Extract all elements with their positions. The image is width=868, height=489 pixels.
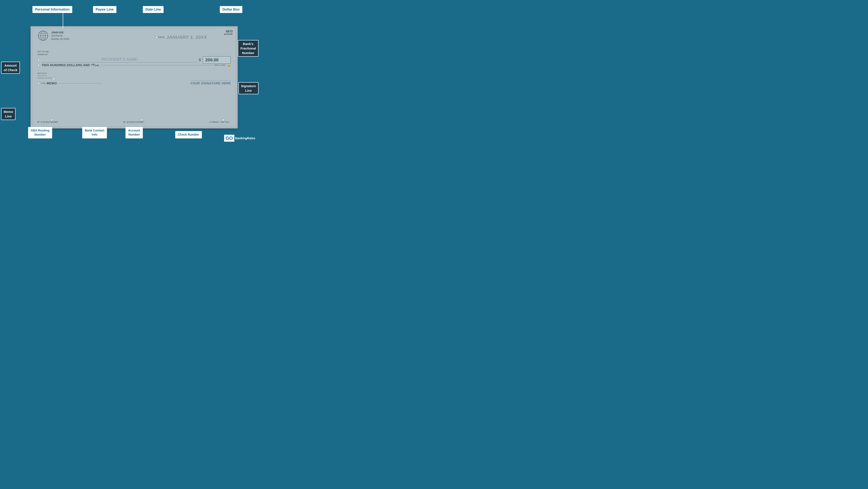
payee-line-label: Payee Line (93, 6, 116, 13)
personal-information-text: Personal Information (35, 7, 70, 11)
amount-of-check-label: Amountof Check (1, 62, 20, 74)
personal-text: JOHN DOE 123 First St. AnyCity, US 10101 (51, 31, 69, 41)
payee-line-text: Payee Line (96, 7, 114, 11)
check: 5673 19-2/1250 JOHN DOE 123 First St. An… (30, 26, 238, 129)
date-label: DATE (158, 36, 165, 38)
dollar-box-pointer-dot (226, 59, 228, 61)
personal-information-label: Personal Information (32, 6, 72, 13)
memo-text: MEMO (46, 82, 57, 85)
account-number-label: AccountNumber (125, 127, 143, 138)
micr-check-area: ⑇7890⑇⁞5673⑇: (209, 120, 231, 124)
memo-line-text: MemoLine (4, 109, 13, 119)
owner-name: JOHN DOE (51, 31, 69, 34)
personal-info-connector (63, 11, 63, 29)
for-label: FOR (41, 82, 45, 84)
amount-of-check-text: Amountof Check (4, 63, 17, 72)
owner-address1: 123 First St. (51, 34, 69, 37)
micr-routing-area: ⑆¹234567890⑆¹ (37, 120, 59, 124)
micr-check: ⑇7890⑇⁞5673⑇: (209, 121, 231, 124)
written-amount-text: TWO HUNDRED DOLLARS AND ⁰⁰/₁₀₀ (41, 63, 99, 67)
memo-line-rule (58, 83, 101, 84)
check-number-display: 5673 19-2/1250 (224, 30, 232, 35)
written-amount-area: TWO HUNDRED DOLLARS AND ⁰⁰/₁₀₀ DOLLARS 🔒 (37, 63, 231, 67)
memo-signature-area: FOR MEMO YOUR SIGNATURE HERE (37, 81, 231, 85)
check-number-pointer-dot (222, 119, 224, 121)
owner-city: AnyCity, US 10101 (51, 37, 69, 41)
signature-area: YOUR SIGNATURE HERE (190, 81, 231, 85)
date-pointer-dot (156, 36, 158, 38)
amount-pointer-dot (37, 64, 40, 66)
date-value: JANUARY 1, 20XX (166, 35, 207, 40)
check-number-value: 5673 (224, 30, 232, 33)
signature-line-text: SignatureLine (241, 84, 256, 93)
lock-icon: 🔒 (227, 63, 231, 67)
aba-routing-pointer-dot (51, 119, 53, 121)
date-line-text: Date Line (145, 7, 161, 11)
bank-contact-text: Bank ContactInfo (85, 129, 104, 136)
check-number-label: Check Number (175, 131, 202, 138)
memo-section: FOR MEMO (37, 82, 101, 85)
micr-line: ⑆¹234567890⑆¹ ⑆¹234567890⑆¹ ⑇7890⑇⁞5673⑇… (37, 120, 231, 124)
dollar-box-text: Dollar Box (222, 7, 240, 11)
dollars-label: DOLLARS (215, 64, 226, 66)
globe-icon (37, 30, 49, 41)
account-pointer-dot (141, 119, 143, 121)
dollar-box-label: Dollar Box (220, 6, 242, 13)
bank-city-area: AnyCity, US 10101 (37, 77, 52, 79)
check-amount: 200.00 (205, 58, 218, 63)
date-area: DATE JANUARY 1, 20XX (158, 35, 207, 40)
date-line-label: Date Line (143, 6, 163, 13)
signature-line-label: SignatureLine (239, 82, 258, 94)
payto-line: RECIPIENT'S NAME $ 200.00 (37, 56, 231, 64)
logo-go-text: GO (224, 135, 234, 142)
bank-contact-pointer-dot (53, 78, 55, 80)
memo-pointer-dot (37, 82, 40, 85)
dollar-sign: $ (199, 58, 201, 62)
payee-pointer-dot (37, 59, 40, 61)
banks-fractional-label: Bank'sFractionalNumber (238, 40, 258, 57)
memo-line-label: MemoLine (1, 108, 16, 120)
logo-banking-rates-text: BankingRates (235, 136, 255, 140)
account-number-text: AccountNumber (128, 129, 140, 136)
payto-label: PAY TO THEORDER OF (37, 51, 231, 56)
check-number-label-text: Check Number (178, 133, 199, 136)
bank-info-area: Bank Name 123 First St. AnyCity, US 1010… (37, 72, 52, 82)
aba-routing-text: ABA RoutingNumber (31, 129, 50, 136)
banks-fractional-text: Bank'sFractionalNumber (240, 41, 256, 55)
payto-area: PAY TO THEORDER OF RECIPIENT'S NAME $ 20… (37, 51, 231, 64)
bank-address1: 123 First St. (37, 74, 52, 77)
aba-routing-label: ABA RoutingNumber (28, 127, 52, 138)
recipient-name: RECIPIENT'S NAME (41, 58, 197, 63)
micr-routing: ⑆¹234567890⑆¹ (37, 121, 59, 124)
micr-account: ⑆¹234567890⑆¹ (123, 121, 145, 124)
micr-account-area: ⑆¹234567890⑆¹ (123, 120, 145, 124)
bank-name: Bank Name (37, 72, 52, 74)
dollar-box: 200.00 (203, 56, 231, 64)
bank-contact-label: Bank ContactInfo (82, 127, 107, 138)
go-banking-rates-logo: GO BankingRates (224, 135, 255, 142)
written-amount-line (101, 65, 213, 65)
personal-info-area: JOHN DOE 123 First St. AnyCity, US 10101 (37, 30, 69, 41)
check-wrapper: 5673 19-2/1250 JOHN DOE 123 First St. An… (30, 26, 238, 129)
signature-text: YOUR SIGNATURE HERE (190, 81, 231, 85)
fractional-number-value: 19-2/1250 (224, 33, 232, 35)
